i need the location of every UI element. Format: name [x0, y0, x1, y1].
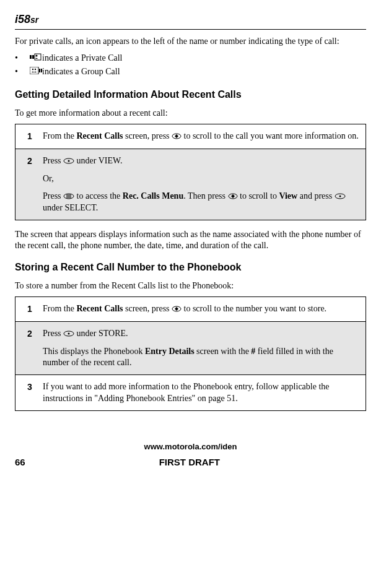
svg-rect-4 — [30, 67, 38, 74]
text-bold: View — [279, 191, 297, 201]
call-type-list: • indicates a Private Call • indicates a… — [15, 53, 366, 77]
private-call-icon — [30, 53, 42, 64]
step-description: Press under VIEW. Or, Press to access th… — [38, 149, 366, 220]
section1-heading: Getting Detailed Information About Recen… — [15, 89, 366, 102]
softkey-icon — [335, 191, 346, 202]
softkey-icon — [63, 329, 74, 340]
text-fragment: under STORE. — [74, 329, 128, 338]
text-fragment: From the — [43, 304, 76, 313]
text-fragment: to scroll to the number you want to stor… — [182, 304, 326, 313]
logo-sub: sr — [30, 15, 38, 25]
step-description: If you want to add more information to t… — [38, 375, 366, 410]
step-description: Press under STORE. This displays the Pho… — [38, 322, 366, 375]
text-fragment: Press — [43, 156, 63, 165]
table-row: 1 From the Recent Calls screen, press to… — [15, 124, 366, 149]
section1-steps-table: 1 From the Recent Calls screen, press to… — [15, 124, 366, 220]
group-call-icon — [30, 66, 42, 77]
softkey-icon — [63, 156, 74, 167]
text-fragment: to scroll to — [238, 191, 279, 201]
list-item: • indicates a Group Call — [15, 66, 366, 77]
private-calls-intro: For private calls, an icon appears to th… — [15, 36, 366, 47]
svg-rect-2 — [35, 54, 41, 60]
text-fragment: This displays the Phonebook — [43, 347, 145, 356]
text-fragment: to scroll to the call you want more info… — [182, 131, 359, 141]
section2-intro: To store a number from the Recent Calls … — [15, 280, 366, 292]
step-description: From the Recent Calls screen, press to s… — [38, 297, 366, 322]
section2-steps-table: 1 From the Recent Calls screen, press to… — [15, 296, 366, 411]
table-row: 3 If you want to add more information to… — [15, 375, 366, 410]
table-row: 2 Press under STORE. This displays the P… — [15, 322, 366, 375]
bullet-icon: • — [15, 66, 30, 77]
text-fragment: Press — [43, 191, 63, 201]
svg-rect-7 — [39, 69, 40, 72]
svg-point-21 — [68, 332, 70, 334]
text-bold: Entry Details — [145, 347, 195, 356]
scroll-icon — [228, 191, 238, 202]
step-number: 2 — [15, 149, 38, 220]
step-description: From the Recent Calls screen, press to s… — [38, 124, 366, 149]
text-bold: Rec. Calls Menu — [123, 191, 183, 201]
step-number: 1 — [15, 297, 38, 322]
text-fragment: and press — [297, 191, 335, 201]
footer-row: 66 FIRST DRAFT — [15, 456, 366, 469]
menu-key-icon — [63, 191, 74, 202]
section1-after: The screen that appears displays informa… — [15, 229, 366, 251]
svg-point-11 — [68, 160, 70, 162]
footer-spacer — [354, 456, 366, 469]
page-number: 66 — [15, 456, 25, 469]
text-fragment: screen, press — [123, 304, 172, 313]
text-bold: Recent Calls — [76, 131, 123, 141]
footer-url: www.motorola.com/iden — [15, 442, 366, 452]
svg-point-3 — [36, 54, 38, 56]
step-number: 2 — [15, 322, 38, 375]
text-fragment: screen, press — [123, 131, 172, 141]
step-number: 3 — [15, 375, 38, 410]
text-fragment: From the — [43, 131, 76, 141]
svg-point-6 — [35, 69, 36, 70]
section1-intro: To get more information about a recent c… — [15, 108, 366, 119]
svg-point-18 — [339, 195, 341, 197]
bullet2-text: indicates a Group Call — [42, 66, 120, 77]
bullet1-text: indicates a Private Call — [42, 53, 122, 64]
scroll-icon — [172, 304, 182, 315]
draft-label: FIRST DRAFT — [25, 456, 354, 469]
text-fragment: . Then press — [183, 191, 227, 201]
header-logo: i58sr — [15, 12, 366, 27]
text-fragment: under SELECT. — [43, 203, 98, 212]
svg-point-5 — [32, 69, 33, 70]
header-divider — [15, 29, 366, 30]
scroll-icon — [172, 131, 182, 142]
section2-heading: Storing a Recent Call Number to the Phon… — [15, 261, 366, 274]
svg-rect-0 — [30, 55, 32, 59]
text-fragment: Press — [43, 329, 63, 338]
list-item: • indicates a Private Call — [15, 53, 366, 64]
text-fragment: screen with the — [195, 347, 252, 356]
text-fragment: to access the — [74, 191, 123, 201]
text-fragment: under VIEW. — [74, 156, 122, 165]
text-bold: Recent Calls — [76, 304, 123, 313]
text-or: Or, — [43, 174, 54, 183]
table-row: 1 From the Recent Calls screen, press to… — [15, 297, 366, 322]
table-row: 2 Press under VIEW. Or, Press to access … — [15, 149, 366, 220]
bullet-icon: • — [15, 53, 30, 64]
svg-rect-1 — [32, 55, 34, 59]
logo-main: i58 — [15, 13, 30, 25]
step-number: 1 — [15, 124, 38, 149]
